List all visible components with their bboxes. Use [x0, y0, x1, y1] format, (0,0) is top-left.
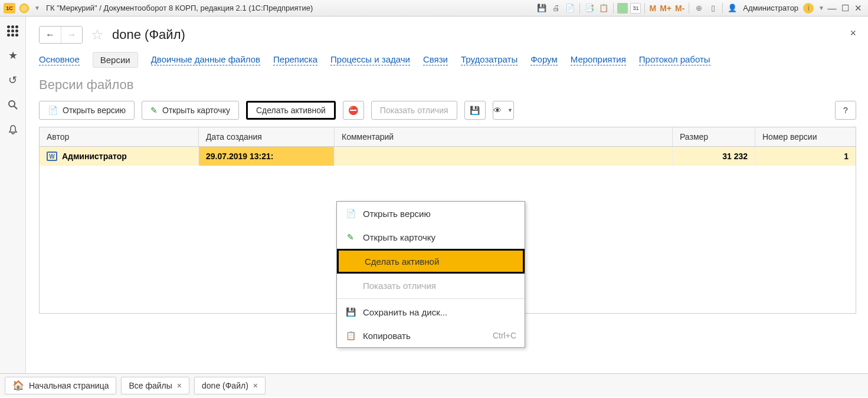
open-version-button[interactable]: 📄Открыть версию: [39, 101, 135, 120]
minimize-button[interactable]: —: [827, 3, 837, 14]
tab-correspondence[interactable]: Переписка: [273, 54, 317, 65]
tab-main[interactable]: Основное: [39, 54, 80, 65]
tab-versions[interactable]: Версии: [93, 52, 138, 68]
close-tab-button[interactable]: ×: [850, 27, 856, 40]
cell-version: 1: [755, 147, 856, 166]
cell-size: 31 232: [673, 147, 755, 166]
delete-button[interactable]: ⛔: [343, 101, 364, 120]
chevron-down-icon[interactable]: ▼: [818, 5, 824, 11]
btab-all-files[interactable]: Все файлы×: [121, 377, 189, 394]
tab-worklog[interactable]: Протокол работы: [639, 54, 710, 65]
titlebar: 1C ▼ ГК "Меркурий" / Документооборот 8 К…: [0, 0, 868, 17]
ctx-open-card[interactable]: ✎Открыть карточку: [337, 225, 525, 249]
apps-icon[interactable]: [6, 24, 20, 38]
zoom-icon[interactable]: ⊕: [693, 2, 705, 14]
open-card-button[interactable]: ✎Открыть карточку: [142, 101, 239, 120]
document-icon: 📄: [48, 106, 58, 115]
word-icon: W: [47, 152, 57, 161]
memory-mminus-button[interactable]: M-: [673, 4, 686, 13]
favorite-star-icon[interactable]: ☆: [91, 27, 104, 43]
notifications-icon[interactable]: [6, 123, 20, 137]
maximize-button[interactable]: ☐: [840, 3, 850, 14]
save-icon[interactable]: 💾: [536, 2, 548, 14]
show-diff-label: Показать отличия: [380, 106, 448, 115]
pencil-icon: ✎: [150, 106, 158, 115]
panel-icon[interactable]: ▯: [707, 2, 719, 14]
back-button[interactable]: ←: [40, 27, 61, 43]
ctx-make-active[interactable]: Сделать активной: [337, 249, 525, 274]
help-button[interactable]: ?: [835, 101, 856, 120]
chevron-down-icon: ▼: [507, 107, 513, 113]
tab-labor[interactable]: Трудозатраты: [461, 54, 517, 65]
col-date[interactable]: Дата создания: [199, 127, 335, 146]
make-active-label: Сделать активной: [256, 106, 326, 115]
calendar-icon[interactable]: 31: [630, 3, 641, 14]
tab-links[interactable]: Связи: [423, 54, 448, 65]
info-icon[interactable]: i: [803, 3, 814, 14]
col-size[interactable]: Размер: [673, 127, 755, 146]
table-header: Автор Дата создания Комментарий Размер Н…: [40, 127, 856, 147]
tab-forum[interactable]: Форум: [530, 54, 558, 65]
disk-icon: 💾: [345, 307, 356, 317]
workspace: ★ ↺ × ← → ☆ done (Файл) Основное Версии …: [0, 17, 868, 373]
tab-processes[interactable]: Процессы и задачи: [330, 54, 410, 65]
save-to-disk-button[interactable]: 💾: [464, 101, 486, 120]
memory-m-button[interactable]: M: [647, 4, 658, 13]
col-author[interactable]: Автор: [40, 127, 199, 146]
tab-events[interactable]: Мероприятия: [571, 54, 626, 65]
cell-comment: [335, 147, 673, 166]
window-title: ГК "Меркурий" / Документооборот 8 КОРП, …: [46, 4, 313, 12]
tab-bar: Основное Версии Двоичные данные файлов П…: [39, 52, 856, 68]
section-title: Версии файлов: [39, 77, 856, 93]
cell-date: 29.07.2019 13:21:: [199, 147, 335, 166]
svg-line-1: [14, 106, 17, 109]
preview-icon[interactable]: 📋: [598, 2, 610, 14]
circle-icon[interactable]: [19, 4, 29, 13]
open-version-label: Открыть версию: [63, 106, 126, 115]
make-active-button[interactable]: Сделать активной: [246, 101, 336, 120]
ctx-copy[interactable]: 📋КопироватьCtrl+C: [337, 324, 525, 347]
table-row[interactable]: WАдминистратор 29.07.2019 13:21: 31 232 …: [40, 147, 856, 166]
close-button[interactable]: ✕: [853, 3, 863, 14]
compare-icon[interactable]: 📑: [584, 2, 595, 14]
delete-icon: ⛔: [348, 106, 358, 115]
content-area: × ← → ☆ done (Файл) Основное Версии Двои…: [26, 17, 868, 373]
favorite-icon[interactable]: ★: [6, 48, 20, 63]
history-icon[interactable]: ↺: [6, 73, 20, 87]
pencil-icon: ✎: [345, 232, 356, 242]
tab-binary-data[interactable]: Двоичные данные файлов: [151, 54, 260, 65]
toolbar: 📄Открыть версию ✎Открыть карточку Сделат…: [39, 101, 856, 120]
print-icon[interactable]: 🖨: [550, 2, 562, 14]
page-title: done (Файл): [112, 27, 185, 42]
chevron-down-icon[interactable]: ▼: [34, 5, 40, 11]
ctx-show-diff: Показать отличия: [337, 274, 525, 297]
view-mode-button[interactable]: 👁▼: [493, 101, 514, 120]
ctx-open-version[interactable]: 📄Открыть версию: [337, 202, 525, 225]
search-icon[interactable]: [6, 98, 20, 112]
calculator-icon[interactable]: [617, 3, 628, 14]
show-diff-button[interactable]: Показать отличия: [371, 101, 457, 120]
btab-done-file[interactable]: done (Файл)×: [194, 377, 266, 394]
page-header: ← → ☆ done (Файл): [39, 26, 856, 44]
memory-mplus-button[interactable]: M+: [658, 4, 673, 13]
doc-icon[interactable]: 📄: [564, 2, 576, 14]
svg-point-0: [9, 101, 15, 107]
open-card-label: Открыть карточку: [162, 106, 230, 115]
document-icon: 📄: [345, 209, 356, 218]
home-icon: 🏠: [12, 380, 24, 391]
app-logo-icon: 1C: [4, 3, 15, 14]
ctx-save-disk[interactable]: 💾Сохранить на диск...: [337, 300, 525, 324]
cell-author: WАдминистратор: [40, 147, 199, 166]
user-label[interactable]: Администратор: [739, 4, 802, 12]
forward-button[interactable]: →: [61, 27, 82, 43]
close-icon[interactable]: ×: [177, 381, 182, 390]
bottom-tabbar: 🏠Начальная страница Все файлы× done (Фай…: [0, 373, 868, 397]
context-menu: 📄Открыть версию ✎Открыть карточку Сделат…: [336, 201, 525, 348]
nav-buttons: ← →: [39, 26, 83, 44]
disk-icon: 💾: [470, 106, 480, 115]
col-version[interactable]: Номер версии: [755, 127, 856, 146]
col-comment[interactable]: Комментарий: [335, 127, 673, 146]
eye-icon: 👁: [493, 106, 502, 115]
close-icon[interactable]: ×: [253, 381, 258, 390]
btab-home[interactable]: 🏠Начальная страница: [5, 377, 116, 394]
